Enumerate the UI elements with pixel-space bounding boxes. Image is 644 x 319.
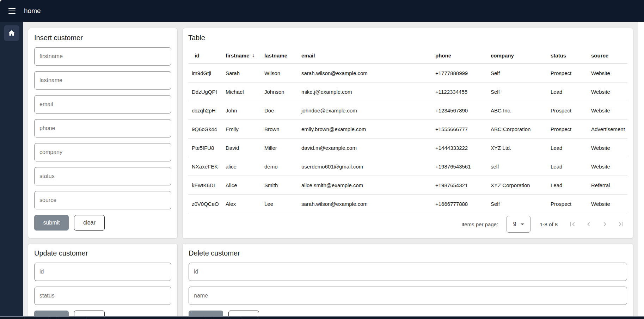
scrollbar-track[interactable] (638, 22, 644, 317)
table-cell: Miller (264, 145, 301, 151)
table-row: z0V0QCeOAlexLeesarah.wilson@example.com+… (188, 195, 627, 213)
table-cell: im9dGtji (192, 70, 226, 76)
table-cell: Pte5fFU8 (192, 145, 226, 151)
home-icon (8, 29, 16, 37)
items-per-page-label: Items per page: (461, 221, 498, 227)
table-cell: XYZ Ltd. (491, 145, 551, 151)
delete-id-input[interactable] (189, 263, 627, 281)
dropdown-caret-icon (521, 223, 524, 225)
insert-firstname-input[interactable] (34, 47, 171, 66)
topbar: home (0, 0, 644, 22)
table-cell: Lee (264, 201, 301, 207)
table-cell: Doe (264, 108, 301, 114)
delete-customer-form (189, 263, 627, 305)
delete-name-input[interactable] (189, 287, 627, 305)
app-window: home Insert customer submit clear Table … (0, 0, 644, 319)
table-cell: Johnson (264, 89, 301, 95)
customers-table-card: Table _idfirstname↓lastnameemailphonecom… (182, 28, 633, 239)
table-cell: Self (491, 89, 551, 95)
paginator-range-label: 1-8 of 8 (540, 221, 558, 227)
insert-email-input[interactable] (34, 95, 171, 114)
table-cell: johndoe@example.com (301, 108, 435, 114)
table-cell: Referral (591, 182, 627, 188)
table-cell: +1234567890 (435, 108, 491, 114)
column-header-source[interactable]: source (591, 53, 627, 59)
table-cell: Website (591, 108, 627, 114)
table-cell: alice.smith@example.com (301, 182, 435, 188)
update-customer-card: Update customer submit clear (28, 243, 178, 319)
table-cell: +1666777888 (435, 201, 491, 207)
table-cell: Self (491, 201, 551, 207)
last-page-button[interactable] (617, 220, 625, 228)
table-cell: +1122334455 (435, 89, 491, 95)
table-cell: Lead (551, 145, 591, 151)
table-cell: userdemo601@gmail.com (301, 164, 435, 170)
insert-status-input[interactable] (34, 167, 171, 185)
table-cell: self (491, 164, 551, 170)
delete-customer-title: Delete customer (189, 249, 627, 258)
next-page-button[interactable] (601, 220, 609, 228)
table-row: NXaxeFEKalicedemouserdemo601@gmail.com+1… (188, 157, 627, 176)
previous-page-button[interactable] (584, 220, 593, 228)
table-cell: Lead (551, 89, 591, 95)
table-cell: ABC Inc. (491, 108, 551, 114)
table-cell: Michael (226, 89, 264, 95)
column-header-status[interactable]: status (551, 53, 591, 59)
table-body: im9dGtjiSarahWilsonsarah.wilson@example.… (188, 64, 627, 213)
column-header-email[interactable]: email (301, 53, 435, 59)
table-cell: Lead (551, 164, 591, 170)
items-per-page-select[interactable]: 9 (507, 216, 530, 233)
table-cell: kEwtK6DL (192, 182, 226, 188)
table-row: 9Q6cGk44EmilyBrownemily.brown@example.co… (188, 120, 627, 139)
insert-lastname-input[interactable] (34, 71, 171, 90)
table-cell: +1777888999 (435, 70, 491, 76)
table-cell: Wilson (264, 70, 301, 76)
insert-source-input[interactable] (34, 191, 171, 209)
chevron-right-icon (601, 220, 609, 228)
column-header-lastname[interactable]: lastname (264, 53, 301, 59)
table-cell: XYZ Corporation (491, 182, 551, 188)
table-row: cbzqh2pHJohnDoejohndoe@example.com+12345… (188, 101, 627, 120)
column-header-company[interactable]: company (491, 53, 551, 59)
table-header-row: _idfirstname↓lastnameemailphonecompanyst… (188, 47, 627, 64)
chevron-left-icon (584, 220, 593, 228)
update-id-input[interactable] (34, 263, 171, 281)
first-page-button[interactable] (568, 220, 577, 228)
sort-descending-arrow-icon: ↓ (252, 52, 255, 59)
table-cell: Website (591, 145, 627, 151)
sidebar-item-home[interactable] (4, 25, 19, 41)
column-header-phone[interactable]: phone (435, 53, 491, 59)
insert-submit-button[interactable]: submit (34, 215, 69, 231)
table-cell: Alex (226, 201, 264, 207)
column-header-_id[interactable]: _id (192, 53, 226, 59)
insert-clear-button[interactable]: clear (74, 215, 105, 231)
insert-phone-input[interactable] (34, 119, 171, 137)
table-cell: emily.brown@example.com (301, 126, 435, 132)
table-cell: Self (491, 70, 551, 76)
table-cell: +1987654321 (435, 182, 491, 188)
table-cell: mike.j@example.com (301, 89, 435, 95)
column-header-firstname[interactable]: firstname↓ (226, 52, 264, 59)
table-cell: Alice (226, 182, 264, 188)
table-cell: NXaxeFEK (192, 164, 226, 170)
table-cell: Website (591, 164, 627, 170)
update-status-input[interactable] (34, 287, 171, 305)
delete-customer-card: Delete customer submit clear (182, 243, 633, 319)
menu-button[interactable] (4, 3, 20, 19)
last-page-icon (617, 220, 625, 228)
table-cell: +19876543561 (435, 164, 491, 170)
insert-customer-title: Insert customer (34, 33, 171, 42)
table-cell: +1444333222 (435, 145, 491, 151)
update-customer-form (34, 263, 171, 305)
table-cell: Website (591, 89, 627, 95)
table-cell: Emily (226, 126, 264, 132)
table-cell: John (226, 108, 264, 114)
table-cell: Prospect (551, 126, 591, 132)
table-cell: Prospect (551, 70, 591, 76)
table-cell: Prospect (551, 108, 591, 114)
insert-company-input[interactable] (34, 143, 171, 161)
table-cell: sarah.wilson@example.com (301, 70, 435, 76)
table-title: Table (188, 33, 627, 42)
table-cell: cbzqh2pH (192, 108, 226, 114)
table-cell: David (226, 145, 264, 151)
